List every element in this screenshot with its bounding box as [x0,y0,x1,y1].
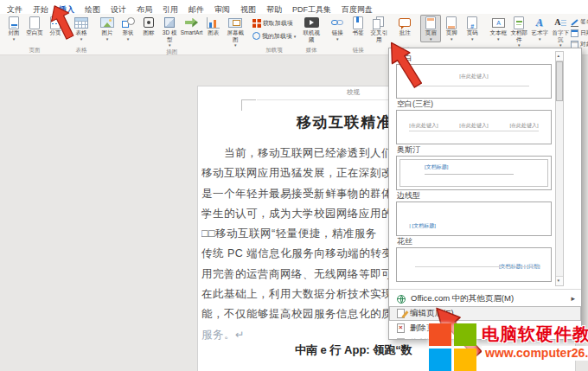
smartart-button[interactable]: SmartArt [180,15,203,37]
icons-button[interactable]: 图标 [138,15,159,37]
ribbon-group-media: 联机视频 媒体 [299,14,323,54]
ribbon-group-addins: 获取加载项 我的加载项 加载项 [251,14,298,54]
get-addins-button[interactable]: 获取加载项 [252,17,297,29]
text-box-button[interactable]: 文本框 [488,15,508,42]
header-style-preview: [文档标题] [396,156,552,190]
blank-page-icon [29,16,40,29]
ribbon-tab-bar: 文件开始插入绘图设计布局引用邮件审阅视图帮助PDF工具集百度网盘 [0,0,588,14]
wordart-button[interactable]: 艺术字 [529,15,550,42]
header-button[interactable]: 页眉 [420,15,441,42]
footer-button[interactable]: 页脚 [441,15,462,42]
text-box-icon [492,18,505,28]
header-style-preview: [文档标题][日期] [396,247,552,282]
drop-cap-icon [554,17,566,28]
group-label-illustrations: 插图 [97,48,247,55]
ribbon-group-illustrations: 图片 形状 图标 3D 模型 SmartArt [95,14,249,54]
save-selection-icon [397,338,405,340]
word-window: 文件开始插入绘图设计布局引用邮件审阅视图帮助PDF工具集百度网盘 封面 空白页 … [0,0,588,371]
drop-cap-button[interactable]: 首字下沉 [550,15,571,48]
store-icon [252,19,261,28]
pictures-icon [100,17,114,28]
document-bold-line: 中南 e 行 App: 领跑“数 [295,342,412,358]
group-label-addins: 加载项 [252,47,297,54]
text-boundary-corner-mark [241,99,256,111]
scroll-down-icon[interactable] [556,276,563,285]
cover-page-icon [9,16,19,29]
bookmark-icon [353,16,363,29]
screenshot-button[interactable]: 屏幕截图 [224,15,247,48]
globe-icon [397,295,406,304]
menu-item-more-headers-office-com[interactable]: Office.com 中的其他页眉(M) [389,291,581,306]
pictures-button[interactable]: 图片 [97,15,118,42]
watermark-site-name: 电脑软硬件教程网 [482,323,588,344]
header-style-sideline[interactable]: 边线型 [文档标题] [396,191,581,236]
document-title: 移动互联精准 [297,112,393,132]
footer-icon [446,16,457,29]
shapes-icon [122,17,135,29]
cover-page-button[interactable]: 封面 [3,15,24,42]
bookmark-button[interactable]: 书签 [348,15,368,37]
smartart-icon [185,18,198,28]
3d-models-button[interactable]: 3D 模型 [159,15,180,48]
shapes-button[interactable]: 形状 [118,15,138,42]
date-time-button[interactable]: 日期和时间 [571,29,588,38]
signature-line-icon [571,18,578,27]
signature-line-button[interactable]: 签名行 [571,17,588,27]
quick-parts-icon [514,16,524,29]
my-addins-button[interactable]: 我的加载项 [252,30,297,42]
header-icon [425,16,436,29]
online-video-button[interactable]: 联机视频 [301,15,322,43]
header-style-austin[interactable]: 奥斯汀 [文档标题] [396,145,581,190]
screenshot-icon [228,18,242,28]
quick-parts-button[interactable]: 文档部件 [508,15,529,48]
header-style-preview: [文档标题] [396,201,552,236]
link-button[interactable]: 链接 [327,15,348,42]
3d-model-icon [164,17,175,28]
gallery-scrollbar[interactable] [555,51,564,286]
watermark: 电脑软硬件教程网 www.computer26.com [429,323,588,371]
scrollbar-thumb[interactable] [556,61,563,101]
online-video-icon [304,17,319,28]
watermark-url: www.computer26.com [482,346,588,361]
page-number-icon [467,16,477,29]
cross-reference-icon [373,16,385,29]
link-icon [331,19,344,27]
header-style-preview: [在此处键入] [在此处键入] [在此处键入] [396,110,552,144]
blank-page-button[interactable]: 空白页 [24,15,45,37]
group-label-media: 媒体 [301,47,322,54]
document-header-text: 校规 [347,88,360,97]
chart-button[interactable]: 图表 [203,15,224,37]
comment-button[interactable]: 批注 [394,15,415,37]
group-label-links: 链接 [327,47,389,54]
remove-header-icon [397,323,405,333]
my-addins-icon [252,32,260,40]
group-label-pages: 页面 [3,47,66,54]
windows-logo-icon [429,323,476,371]
group-label-tables: 表格 [71,47,92,54]
icons-icon [144,17,154,28]
header-gallery-dropdown: 空白 [在此处键入] 空白(三栏) [在此处键入] [在此处键入] [在此处键入… [388,48,582,340]
header-style-blank-three-columns[interactable]: 空白(三栏) [在此处键入] [在此处键入] [在此处键入] [396,99,581,144]
wordart-icon [534,16,546,29]
chart-icon [207,17,220,29]
scroll-up-icon[interactable] [556,52,563,61]
date-time-icon [571,29,578,37]
menu-item-edit-header[interactable]: 编辑页眉(E) [389,306,581,321]
header-style-filigree[interactable]: 花丝 [文档标题][日期] [396,237,581,282]
comment-icon [399,18,411,27]
page-number-button[interactable]: 页码 [462,15,483,42]
cross-reference-button[interactable]: 交叉引用 [368,15,389,43]
edit-header-icon [397,309,405,318]
